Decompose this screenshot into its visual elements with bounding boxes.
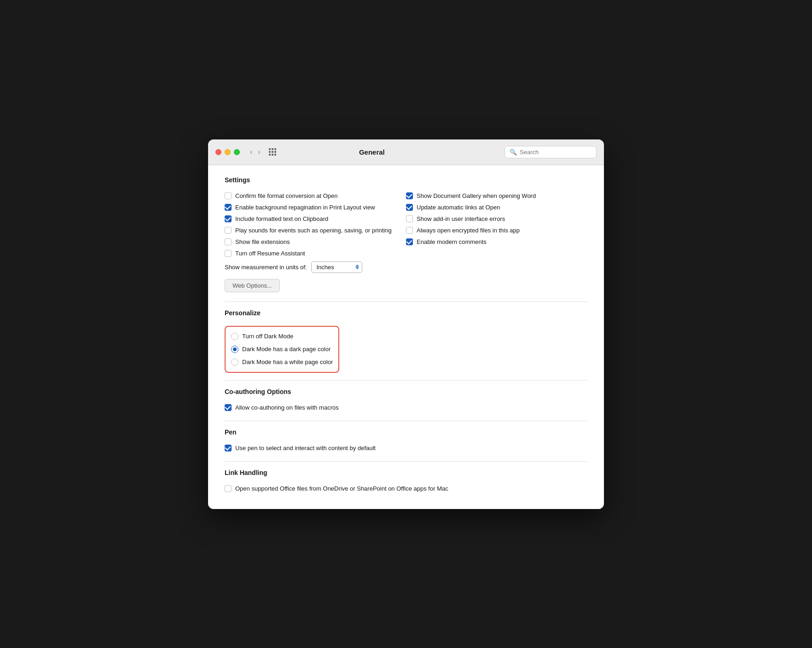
list-item: Open supported Office files from OneDriv… [225, 483, 587, 494]
show-addin-label: Show add-in user interface errors [417, 215, 505, 222]
use-pen-label: Use pen to select and interact with cont… [235, 445, 376, 451]
update-links-label: Update automatic links at Open [417, 204, 500, 211]
include-formatted-label: Include formatted text on Clipboard [235, 215, 328, 222]
turn-off-dark-mode-label: Turn off Dark Mode [242, 333, 293, 340]
open-office-checkbox[interactable] [225, 485, 232, 492]
list-item: Show add-in user interface errors [406, 213, 587, 225]
open-encrypted-checkbox[interactable] [406, 227, 413, 234]
measurement-select-wrapper: Inches Centimeters Millimeters Points Pi… [311, 261, 362, 273]
allow-coauthoring-label: Allow co-authoring on files with macros [235, 404, 339, 411]
enable-comments-checkbox[interactable] [406, 238, 413, 245]
measurement-label: Show measurement in units of: [225, 264, 307, 271]
list-item: Include formatted text on Clipboard [225, 213, 406, 225]
minimize-button[interactable] [225, 149, 231, 155]
dark-page-color-label: Dark Mode has a dark page color [242, 346, 331, 353]
enable-repagination-label: Enable background repagination in Print … [235, 204, 375, 211]
close-button[interactable] [215, 149, 221, 155]
traffic-lights [215, 149, 240, 155]
update-links-checkbox[interactable] [406, 204, 413, 211]
list-item: Enable background repagination in Print … [225, 202, 406, 213]
search-box[interactable]: 🔍 [505, 146, 597, 158]
search-icon: 🔍 [510, 149, 517, 156]
enable-comments-label: Enable modern comments [417, 238, 487, 245]
turn-off-dark-mode-radio[interactable] [231, 333, 238, 340]
content-area: Settings Confirm file format conversion … [208, 165, 604, 509]
open-encrypted-label: Always open encrypted files in this app [417, 227, 520, 234]
list-item: Turn off Resume Assistant [225, 248, 406, 259]
settings-window: ‹ › General 🔍 Settings Confirm file form… [208, 139, 604, 509]
list-item: Allow co-authoring on files with macros [225, 402, 587, 413]
measurement-row: Show measurement in units of: Inches Cen… [225, 259, 406, 275]
white-page-color-label: Dark Mode has a white page color [242, 359, 333, 365]
enable-repagination-checkbox[interactable] [225, 204, 232, 211]
divider-4 [225, 461, 587, 462]
show-gallery-label: Show Document Gallery when opening Word [417, 192, 536, 199]
turn-off-dark-mode-item[interactable]: Turn off Dark Mode [231, 330, 333, 342]
settings-section-title: Settings [225, 176, 587, 184]
turn-off-resume-label: Turn off Resume Assistant [235, 250, 305, 257]
show-gallery-checkbox[interactable] [406, 192, 413, 199]
pen-section-title: Pen [225, 428, 587, 436]
dark-mode-group: Turn off Dark Mode Dark Mode has a dark … [225, 326, 339, 373]
settings-grid: Confirm file format conversion at Open E… [225, 190, 587, 294]
divider-3 [225, 421, 587, 421]
list-item: Confirm file format conversion at Open [225, 190, 406, 202]
play-sounds-label: Play sounds for events such as opening, … [235, 227, 392, 234]
list-item: Show Document Gallery when opening Word [406, 190, 587, 202]
dark-page-color-item[interactable]: Dark Mode has a dark page color [231, 343, 333, 355]
include-formatted-checkbox[interactable] [225, 215, 232, 222]
play-sounds-checkbox[interactable] [225, 227, 232, 234]
list-item: Always open encrypted files in this app [406, 225, 587, 236]
use-pen-checkbox[interactable] [225, 445, 232, 451]
white-page-color-radio[interactable] [231, 359, 238, 366]
show-extensions-label: Show file extensions [235, 238, 290, 245]
search-input[interactable] [520, 149, 592, 156]
show-addin-checkbox[interactable] [406, 215, 413, 222]
show-extensions-checkbox[interactable] [225, 238, 232, 245]
personalize-section-title: Personalize [225, 309, 587, 317]
dark-page-color-radio[interactable] [231, 346, 238, 353]
window-title: General [245, 148, 499, 156]
titlebar: ‹ › General 🔍 [208, 139, 604, 165]
list-item: Enable modern comments [406, 236, 587, 248]
divider-1 [225, 301, 587, 302]
turn-off-resume-checkbox[interactable] [225, 250, 232, 257]
allow-coauthoring-checkbox[interactable] [225, 404, 232, 411]
settings-left-col: Confirm file format conversion at Open E… [225, 190, 406, 294]
list-item: Show file extensions [225, 236, 406, 248]
coauthoring-section-title: Co-authoring Options [225, 388, 587, 395]
open-office-label: Open supported Office files from OneDriv… [235, 485, 448, 492]
divider-2 [225, 380, 587, 381]
maximize-button[interactable] [234, 149, 240, 155]
list-item: Use pen to select and interact with cont… [225, 442, 587, 454]
web-options-button[interactable]: Web Options... [225, 279, 280, 292]
list-item: Play sounds for events such as opening, … [225, 225, 406, 236]
confirm-format-label: Confirm file format conversion at Open [235, 192, 338, 199]
link-handling-section-title: Link Handling [225, 469, 587, 476]
white-page-color-item[interactable]: Dark Mode has a white page color [231, 356, 333, 368]
confirm-format-checkbox[interactable] [225, 192, 232, 199]
list-item: Update automatic links at Open [406, 202, 587, 213]
settings-right-col: Show Document Gallery when opening Word … [406, 190, 587, 294]
measurement-select[interactable]: Inches Centimeters Millimeters Points Pi… [311, 261, 362, 273]
